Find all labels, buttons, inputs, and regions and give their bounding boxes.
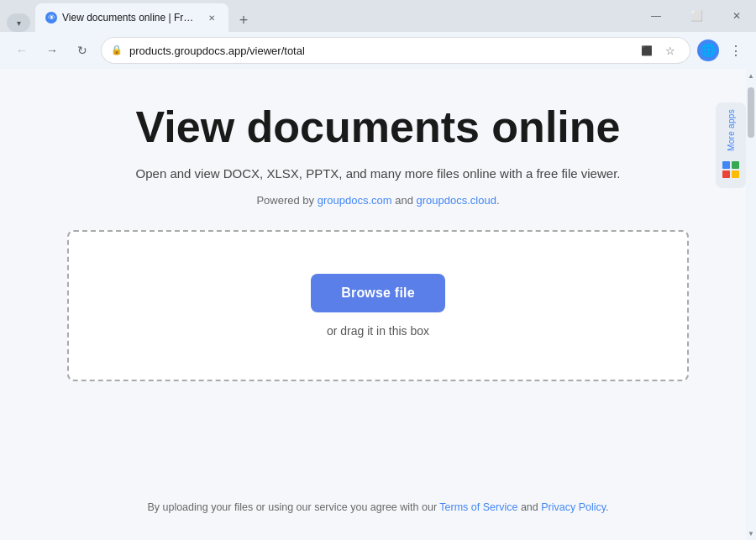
drag-hint-text: or drag it in this box	[327, 324, 429, 338]
privacy-link[interactable]: Privacy Policy	[541, 501, 606, 513]
title-bar: ▾ 👁 View documents online | Free O ✕ + —…	[0, 0, 756, 32]
svg-rect-0	[722, 161, 730, 169]
svg-rect-2	[722, 170, 730, 178]
scroll-track	[748, 84, 754, 525]
groupdocs-com-link[interactable]: groupdocs.com	[318, 194, 392, 207]
powered-by-text: Powered by groupdocs.com and groupdocs.c…	[256, 194, 499, 207]
file-drop-zone[interactable]: Browse file or drag it in this box	[67, 230, 689, 381]
tos-link[interactable]: Terms of Service	[439, 501, 517, 513]
menu-button[interactable]: ⋮	[726, 40, 746, 60]
browse-file-button[interactable]: Browse file	[311, 274, 445, 312]
page-subtitle: Open and view DOCX, XLSX, PPTX, and many…	[136, 166, 621, 181]
apps-grid-icon	[721, 160, 741, 180]
security-icon: 🔒	[111, 45, 123, 56]
svg-rect-3	[732, 170, 739, 178]
browser-frame: ▾ 👁 View documents online | Free O ✕ + —…	[0, 0, 756, 540]
address-bar[interactable]: 🔒 products.groupdocs.app/viewer/total ⬛ …	[101, 37, 690, 64]
url-display: products.groupdocs.app/viewer/total	[129, 45, 630, 57]
cast-button[interactable]: ⬛	[637, 40, 657, 60]
restore-button[interactable]: ⬜	[677, 0, 716, 32]
address-actions: ⬛ ☆	[637, 40, 680, 60]
page-content: More apps View documents online Open and…	[0, 69, 756, 540]
svg-rect-1	[732, 161, 739, 169]
window-controls: — ⬜ ✕	[637, 0, 756, 32]
active-tab[interactable]: 👁 View documents online | Free O ✕	[35, 3, 228, 32]
tab-title: View documents online | Free O	[62, 12, 197, 24]
forward-button[interactable]: →	[40, 39, 64, 62]
footer-text: By uploading your files or using our ser…	[113, 491, 642, 523]
groupdocs-cloud-link[interactable]: groupdocs.cloud	[417, 194, 496, 207]
bookmark-button[interactable]: ☆	[660, 40, 680, 60]
back-button[interactable]: ←	[10, 39, 34, 62]
tab-favicon: 👁	[45, 12, 57, 24]
page-heading: View documents online	[136, 102, 621, 153]
profile-button[interactable]: 🌐	[697, 39, 719, 61]
nav-bar: ← → ↻ 🔒 products.groupdocs.app/viewer/to…	[0, 32, 756, 69]
new-tab-button[interactable]: +	[232, 8, 255, 32]
scroll-thumb[interactable]	[748, 87, 754, 138]
close-button[interactable]: ✕	[717, 0, 756, 32]
scroll-up-arrow[interactable]: ▲	[746, 69, 756, 82]
scroll-down-arrow[interactable]: ▼	[746, 527, 756, 540]
more-apps-label: More apps	[727, 109, 736, 151]
more-apps-icon	[719, 158, 743, 181]
more-apps-panel[interactable]: More apps	[716, 102, 746, 188]
profile-switcher[interactable]: ▾	[7, 13, 30, 32]
reload-button[interactable]: ↻	[71, 39, 94, 62]
minimize-button[interactable]: —	[637, 0, 675, 32]
tabs-row: ▾ 👁 View documents online | Free O ✕ + —…	[7, 0, 756, 32]
scrollbar[interactable]: ▲ ▼	[746, 69, 756, 540]
tab-close-button[interactable]: ✕	[205, 11, 218, 24]
main-content: View documents online Open and view DOCX…	[0, 69, 756, 540]
